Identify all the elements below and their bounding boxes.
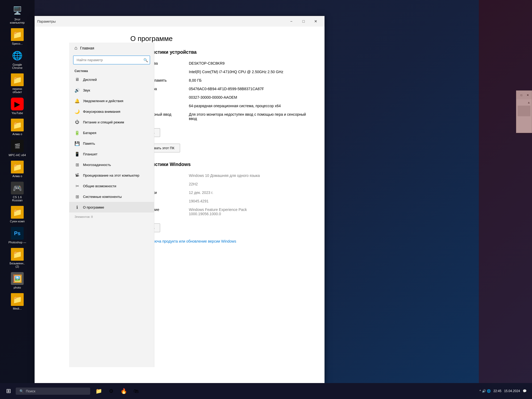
maximize-button[interactable]: □ xyxy=(297,17,310,26)
power-label: Питание и спящий режим xyxy=(83,120,124,124)
start-button[interactable]: ⊞ xyxy=(3,385,14,397)
focus-icon: 🌙 xyxy=(74,109,80,114)
desktop-icon-photoshop[interactable]: Ps Photoshop — xyxy=(7,226,28,245)
desktop-icon-youtube[interactable]: ▶ YouTube xyxy=(7,96,28,116)
explorer-icon: 📁 xyxy=(95,388,102,394)
taskbar-search-box[interactable]: 🔍 Поиск xyxy=(16,388,90,395)
notifications-label: Уведомления и действия xyxy=(83,99,123,103)
experience-value: Windows Feature Experience Pack 1000.190… xyxy=(189,207,314,216)
minimize-button[interactable]: − xyxy=(285,17,297,26)
photo-icon-label: photo xyxy=(14,286,21,289)
search-input[interactable] xyxy=(73,56,150,64)
desktop-icon-alma2[interactable]: 📁 Алма о xyxy=(7,159,28,179)
taskbar: ⊞ 🔍 Поиск 📁 ⚙ 🔥 🛍 ^ 🔊 🌐 22:45 15.04.2024 xyxy=(0,383,532,399)
sidebar-item-display[interactable]: 🖥 Дисплей xyxy=(69,74,154,85)
display-icon: 🖥 xyxy=(74,77,80,82)
desktop-icon-speco[interactable]: 📁 Speco... xyxy=(7,27,28,47)
settings-icon: ⚙ xyxy=(109,388,114,394)
power-icon: ⏻ xyxy=(74,119,80,125)
about-icon: ℹ xyxy=(74,205,80,210)
alma2-icon: 📁 xyxy=(11,161,24,173)
photoshop-icon: Ps xyxy=(11,227,24,240)
sidebar-item-battery[interactable]: 🔋 Батарея xyxy=(69,127,154,138)
chrome-icon: 🌐 xyxy=(11,49,24,62)
battery-icon: 🔋 xyxy=(74,130,80,135)
version-row: Версия 22H2 xyxy=(130,180,314,188)
components-icon: ⊞ xyxy=(74,194,80,199)
media-icon: 📁 xyxy=(11,293,24,306)
rename-button-container: Переименовать этот ПК xyxy=(130,144,314,155)
home-nav-item[interactable]: ⌂ Главная xyxy=(69,43,154,53)
desktop-icon-bezymyan[interactable]: 📁 Безымянн.. (2) xyxy=(7,247,28,269)
notification-button[interactable]: 💬 xyxy=(523,389,527,393)
cs-icon-label: CS 1.6 Russian xyxy=(8,196,27,202)
device-name-value: DESKTOP-C8C8KR9 xyxy=(189,61,314,65)
search-icon: 🔍 xyxy=(143,58,148,62)
copy-button-container: Копировать xyxy=(130,128,314,140)
sidebar-item-focus[interactable]: 🌙 Фокусировка внимания xyxy=(69,106,154,117)
fire-icon: 🔥 xyxy=(120,388,127,394)
close-button[interactable]: ✕ xyxy=(310,17,322,26)
bezymyan-icon-label: Безымянн.. (2) xyxy=(8,262,27,268)
sidebar-item-tablet[interactable]: 📱 Планшет xyxy=(69,149,154,159)
product-id-row: Код продукта 00327-30000-00000-AAOEM xyxy=(130,93,314,102)
version-value: 22H2 xyxy=(189,182,314,186)
pen-value: Для этого монитора недоступен ввод с пом… xyxy=(189,112,314,121)
computer-icon: 🖥️ xyxy=(11,4,24,17)
mpc-icon: 🎬 xyxy=(11,140,24,152)
desktop-icon-suyon[interactable]: 📁 Суюн комп xyxy=(7,205,28,224)
taskbar-search-label: Поиск xyxy=(26,389,35,393)
sidebar-item-about[interactable]: ℹ О программе xyxy=(69,202,154,213)
tablet-label: Планшет xyxy=(83,152,98,156)
sidebar-item-power[interactable]: ⏻ Питание и спящий режим xyxy=(69,117,154,127)
desktop-icon-cs[interactable]: 🎮 CS 1.6 Russian xyxy=(7,180,28,203)
settings-sidebar: ⌂ Главная 🔍 Система 🖥 Дисплей 🔊 Звук xyxy=(69,43,154,367)
alma-icon: 📁 xyxy=(11,119,24,131)
system-type-value: 64-разрядная операционная система, проце… xyxy=(189,104,314,108)
titlebar-title: Параметры xyxy=(37,19,56,23)
home-label: Главная xyxy=(80,46,94,50)
page-title: О программе xyxy=(130,35,314,43)
copy-windows-button-container: Копировать xyxy=(130,223,314,235)
suyon-icon-label: Суюн комп xyxy=(10,220,24,223)
home-icon: ⌂ xyxy=(74,45,77,51)
focus-label: Фокусировка внимания xyxy=(83,110,120,114)
experience-row: Взаимодействие Windows Feature Experienc… xyxy=(130,205,314,218)
taskbar-app-explorer[interactable]: 📁 xyxy=(93,385,105,397)
desktop-icon-chrome[interactable]: 🌐 Google Chrome xyxy=(7,48,28,71)
desktop-icon-mpc[interactable]: 🎬 MPC-HC x64 xyxy=(7,138,28,158)
install-date-row: Дата установки 12 дек. 2023 г. xyxy=(130,188,314,197)
multitask-label: Многозадачность xyxy=(83,163,111,167)
desktop-icon-media[interactable]: 📁 Medi... xyxy=(7,292,28,311)
desktop-icon-photo[interactable]: 🖼️ photo xyxy=(7,271,28,290)
sidebar-item-multitask[interactable]: ⊞ Многозадачность xyxy=(69,159,154,170)
desktop-icon-perenos[interactable]: 📁 перено объект xyxy=(7,72,28,95)
alma2-icon-label: Алма о xyxy=(13,174,22,178)
sidebar-item-projection[interactable]: 📽 Проецирование на этот компьютер xyxy=(69,170,154,181)
sidebar-item-sound[interactable]: 🔊 Звук xyxy=(69,85,154,95)
taskbar-app-store[interactable]: 🛍 xyxy=(130,385,142,397)
sound-icon: 🔊 xyxy=(74,88,80,93)
taskbar-app-settings[interactable]: ⚙ xyxy=(105,385,117,397)
multitask-icon: ⊞ xyxy=(74,162,80,167)
desktop-icon-alma[interactable]: 📁 Алма о xyxy=(7,117,28,137)
settings-body: ⌂ Главная 🔍 Система 🖥 Дисплей 🔊 Звук xyxy=(35,27,325,383)
speco-icon-label: Speco... xyxy=(12,42,23,45)
taskbar-date: 15.04.2024 xyxy=(504,389,520,393)
tablet-icon: 📱 xyxy=(74,151,80,157)
sidebar-item-components[interactable]: ⊞ Системные компоненты xyxy=(69,191,154,202)
sidebar-item-accessibility[interactable]: ✂ Общие возможности xyxy=(69,181,154,191)
cs-icon: 🎮 xyxy=(11,182,24,194)
accessibility-icon: ✂ xyxy=(74,183,80,189)
windows-section-title: Характеристики Windows xyxy=(130,162,314,167)
taskbar-app-fire[interactable]: 🔥 xyxy=(118,385,130,397)
perenos-icon-label: перено объект xyxy=(8,87,27,94)
pen-row: Перо и сенсорный ввод Для этого монитора… xyxy=(130,110,314,123)
right-dark-overlay xyxy=(479,0,532,383)
sidebar-item-notifications[interactable]: 🔔 Уведомления и действия xyxy=(69,95,154,106)
edition-value: Windows 10 Домашняя для одного языка xyxy=(189,173,314,178)
device-id-value: 05476AC0-6B94-4F1D-8599-58B8371CA87F xyxy=(189,87,314,91)
sidebar-item-storage[interactable]: 💾 Память xyxy=(69,138,154,149)
youtube-icon: ▶ xyxy=(11,98,24,110)
desktop-icon-computer[interactable]: 🖥️ Этот компьютер xyxy=(7,3,28,26)
